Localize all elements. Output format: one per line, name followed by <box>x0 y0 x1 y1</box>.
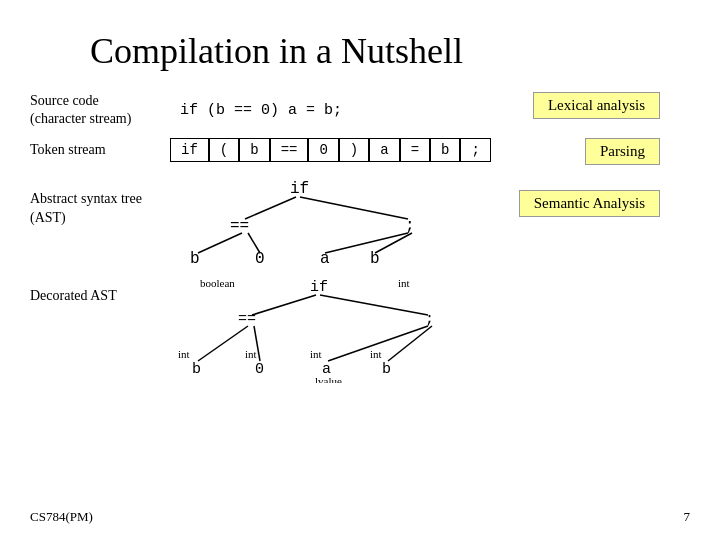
svg-line-10 <box>248 233 260 253</box>
svg-line-7 <box>245 197 296 219</box>
svg-text:b: b <box>382 361 391 378</box>
token-assign: = <box>400 138 430 162</box>
decorated-ast-label: Decorated AST <box>30 288 160 304</box>
token-paren-open: ( <box>209 138 239 162</box>
svg-line-27 <box>252 295 316 315</box>
svg-text:;: ; <box>425 311 434 328</box>
svg-text:int: int <box>370 348 382 360</box>
svg-text:0: 0 <box>255 361 264 378</box>
source-code-row: Source code(character stream) if (b == 0… <box>30 92 690 128</box>
token-stream-row: Token stream if ( b == 0 ) a = b ; Parsi… <box>30 138 690 162</box>
svg-text:lvalue: lvalue <box>315 375 342 383</box>
decorated-ast-diagram: if boolean int == ; int b int 0 int a in… <box>170 273 570 383</box>
ast-label: Abstract syntax tree(AST) <box>30 190 160 226</box>
semantic-analysis-box: Semantic Analysis <box>519 190 660 217</box>
source-code-label: Source code(character stream) <box>30 92 160 128</box>
page: Compilation in a Nutshell Source code(ch… <box>0 0 720 540</box>
svg-text:if: if <box>310 279 328 296</box>
svg-text:if: if <box>290 180 309 198</box>
lexical-analysis-box: Lexical analysis <box>533 92 660 119</box>
parsing-box: Parsing <box>585 138 660 165</box>
footer-right: 7 <box>684 509 691 525</box>
svg-line-11 <box>325 233 408 253</box>
footer-left: CS784(PM) <box>30 509 93 525</box>
svg-text:int: int <box>310 348 322 360</box>
svg-line-8 <box>300 197 408 219</box>
svg-text:int: int <box>245 348 257 360</box>
svg-line-28 <box>320 295 428 315</box>
token-b1: b <box>239 138 269 162</box>
svg-text:b: b <box>370 250 380 265</box>
svg-text:int: int <box>178 348 190 360</box>
token-cells: if ( b == 0 ) a = b ; <box>170 138 491 162</box>
ast-diagram: if == ; b 0 a b <box>170 175 490 265</box>
page-title: Compilation in a Nutshell <box>90 30 690 72</box>
decorated-ast-section: Decorated AST if boolean int == ; int b … <box>30 273 690 383</box>
token-0: 0 <box>308 138 338 162</box>
svg-text:==: == <box>230 217 249 235</box>
svg-text:;: ; <box>405 217 415 235</box>
footer: CS784(PM) 7 <box>30 509 690 525</box>
svg-line-29 <box>198 326 248 361</box>
token-stream-label: Token stream <box>30 141 160 159</box>
token-paren-close: ) <box>339 138 369 162</box>
svg-line-9 <box>198 233 242 253</box>
source-code-value: if (b == 0) a = b; <box>180 102 342 119</box>
svg-text:b: b <box>192 361 201 378</box>
svg-text:int: int <box>398 277 410 289</box>
token-b2: b <box>430 138 460 162</box>
svg-text:boolean: boolean <box>200 277 235 289</box>
svg-line-32 <box>388 326 432 361</box>
token-a: a <box>369 138 399 162</box>
ast-section: Abstract syntax tree(AST) if == ; b 0 a … <box>30 170 690 265</box>
token-eq: == <box>270 138 309 162</box>
svg-text:==: == <box>238 311 256 328</box>
token-semi: ; <box>460 138 490 162</box>
token-if: if <box>170 138 209 162</box>
